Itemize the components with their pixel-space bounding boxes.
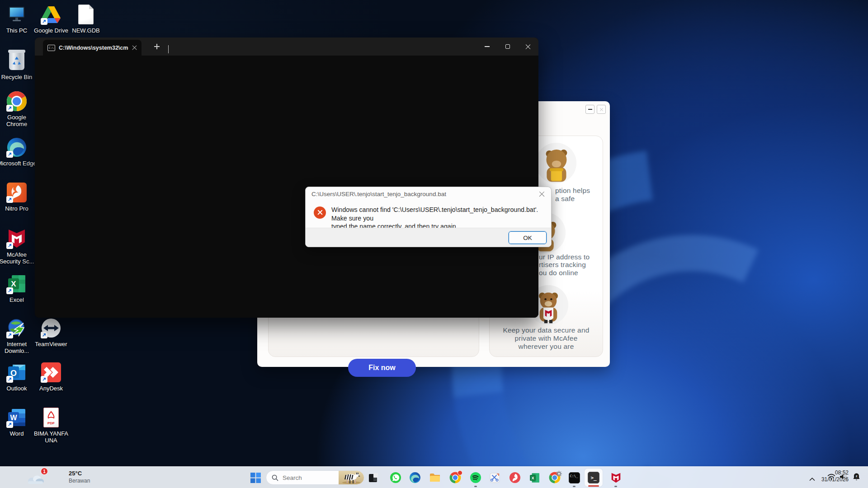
shortcut-arrow-icon bbox=[6, 242, 13, 249]
taskbar-app-snipping-tool[interactable] bbox=[489, 472, 500, 483]
outlook-icon: O bbox=[6, 361, 28, 383]
promo2-text-line3: ou do online bbox=[539, 269, 578, 277]
desktop-icon-bima-pdf[interactable]: PDF BIMA YANFA UNA bbox=[31, 407, 71, 444]
search-input[interactable] bbox=[283, 474, 330, 481]
dialog-message-line1: Windows cannot find 'C:\Users\USER\.tenj… bbox=[331, 206, 544, 222]
this-pc-icon bbox=[6, 4, 28, 25]
desktop-icon-label: NEW.GDB bbox=[66, 27, 106, 34]
desktop-icon-mcafee[interactable]: McAfee Security Sc... bbox=[0, 228, 37, 265]
hidden-icons-chevron[interactable] bbox=[809, 475, 815, 483]
desktop-icon-recycle-bin[interactable]: Recycle Bin bbox=[0, 50, 37, 80]
desktop-icon-excel[interactable]: X Excel bbox=[0, 273, 37, 303]
desktop-icon-label: Excel bbox=[0, 296, 37, 303]
search-daily-image-zebra bbox=[339, 471, 364, 484]
taskbar-app-mcafee[interactable] bbox=[610, 472, 622, 483]
terminal-titlebar[interactable]: C:\ C:\Windows\system32\cmd.e bbox=[35, 38, 538, 56]
promo-bear-honey-image bbox=[536, 143, 576, 183]
taskbar-app-widgets[interactable] bbox=[368, 472, 379, 483]
search-icon bbox=[272, 474, 278, 481]
desktop-icon-label: Nitro Pro bbox=[0, 205, 37, 212]
desktop-icon-label: BIMA YANFA UNA bbox=[31, 430, 71, 444]
terminal-tab-title: C:\Windows\system32\cmd.e bbox=[59, 45, 128, 51]
chrome-icon bbox=[6, 90, 28, 112]
running-indicator bbox=[573, 486, 576, 487]
pdf-file-icon: PDF bbox=[40, 407, 62, 428]
dialog-message: Windows cannot find 'C:\Users\USER\.tenj… bbox=[331, 206, 544, 231]
notification-bell-icon[interactable]: z bbox=[853, 473, 860, 483]
svg-text:z: z bbox=[856, 474, 858, 478]
shortcut-arrow-icon bbox=[6, 105, 13, 112]
ok-button[interactable]: OK bbox=[509, 231, 547, 244]
dialog-close-icon[interactable] bbox=[539, 191, 545, 197]
promo3-text-line1: Keep your data secure and bbox=[489, 326, 603, 334]
mcafee-shield-icon bbox=[6, 228, 28, 249]
shortcut-arrow-icon bbox=[41, 332, 47, 338]
taskbar-app-whatsapp[interactable] bbox=[390, 472, 401, 483]
spotify-icon bbox=[470, 472, 481, 483]
taskbar-app-chrome-settings[interactable] bbox=[549, 472, 561, 483]
taskbar-clock[interactable]: 08:52 31/01/2026 bbox=[821, 469, 849, 483]
weather-badge: 1 bbox=[41, 468, 48, 475]
taskbar-app-nitro-pro[interactable] bbox=[509, 472, 521, 483]
file-page-icon bbox=[75, 4, 97, 25]
desktop-icon-google-chrome[interactable]: Google Chrome bbox=[0, 90, 37, 128]
terminal-tab[interactable]: C:\ C:\Windows\system32\cmd.e bbox=[43, 40, 142, 56]
promo2-text-line2: rtisers tracking bbox=[539, 261, 586, 269]
weather-condition: Berawan bbox=[69, 478, 90, 484]
mcafee-shield-icon bbox=[610, 472, 622, 483]
tab-dropdown-button[interactable] bbox=[168, 45, 169, 53]
excel-icon: X bbox=[529, 472, 540, 483]
taskbar-app-edge[interactable] bbox=[409, 472, 421, 483]
shortcut-arrow-icon bbox=[41, 376, 47, 383]
promo3-text-line2: private with McAfee bbox=[489, 334, 603, 343]
shortcut-arrow-icon bbox=[6, 332, 13, 338]
taskbar-app-file-explorer[interactable] bbox=[429, 472, 441, 483]
shortcut-arrow-icon bbox=[6, 151, 13, 158]
tray-time: 08:52 bbox=[821, 469, 849, 476]
search-box[interactable] bbox=[266, 470, 364, 485]
mcafee-close-button[interactable] bbox=[597, 105, 606, 114]
taskbar-app-spotify[interactable] bbox=[470, 472, 481, 483]
excel-icon: X bbox=[6, 273, 28, 295]
svg-text:W: W bbox=[10, 414, 17, 422]
chrome-notification-badge bbox=[458, 470, 462, 475]
desktop-icon-new-gdb[interactable]: NEW.GDB bbox=[66, 4, 106, 34]
start-button[interactable] bbox=[250, 472, 261, 483]
desktop-icon-label: Recycle Bin bbox=[0, 74, 37, 80]
running-indicator bbox=[614, 486, 617, 487]
terminal-maximize-button[interactable] bbox=[497, 38, 518, 56]
desktop-icon-nitro-pro[interactable]: Nitro Pro bbox=[0, 182, 37, 212]
desktop-icon-label: AnyDesk bbox=[31, 385, 71, 392]
desktop-icon-anydesk[interactable]: AnyDesk bbox=[31, 361, 71, 392]
shortcut-arrow-icon bbox=[41, 18, 47, 25]
snipping-tool-icon bbox=[489, 472, 500, 483]
windows-terminal-icon: >_ bbox=[588, 472, 599, 483]
file-explorer-icon bbox=[429, 472, 441, 483]
cmd-icon: C:\ bbox=[47, 45, 55, 51]
svg-text:X: X bbox=[531, 475, 534, 480]
tray-date: 31/01/2026 bbox=[821, 476, 849, 483]
shortcut-arrow-icon bbox=[6, 421, 13, 428]
promo3-text-line3: wherever you are bbox=[489, 343, 603, 351]
mcafee-minimize-button[interactable] bbox=[585, 105, 594, 114]
terminal-close-button[interactable] bbox=[518, 38, 538, 56]
gear-icon bbox=[556, 471, 562, 477]
weather-widget[interactable]: 1 25°C Berawan bbox=[26, 469, 108, 487]
terminal-minimize-button[interactable] bbox=[476, 38, 497, 56]
desktop-icon-label: Microsoft Edge bbox=[0, 160, 37, 167]
tab-close-icon[interactable] bbox=[132, 45, 137, 50]
taskbar-app-excel[interactable]: X bbox=[528, 472, 540, 483]
promo1-text-line1: ption helps bbox=[555, 187, 590, 195]
taskbar-app-cmd[interactable]: C:\_ bbox=[568, 472, 580, 483]
taskbar-app-chrome[interactable] bbox=[449, 472, 461, 483]
cmd-icon: C:\_ bbox=[569, 472, 580, 483]
fix-now-button[interactable]: Fix now bbox=[348, 359, 416, 377]
dialog-footer: OK bbox=[306, 228, 551, 247]
cloud-icon bbox=[26, 473, 44, 485]
weather-temperature: 25°C bbox=[69, 470, 82, 477]
nitro-pro-icon bbox=[6, 182, 28, 203]
desktop-icon-microsoft-edge[interactable]: Microsoft Edge bbox=[0, 136, 37, 167]
desktop-icon-teamviewer[interactable]: TeamViewer bbox=[31, 317, 71, 347]
taskbar-app-windows-terminal[interactable]: >_ bbox=[588, 472, 599, 483]
promo2-text-line1: ur IP address to bbox=[539, 253, 590, 261]
